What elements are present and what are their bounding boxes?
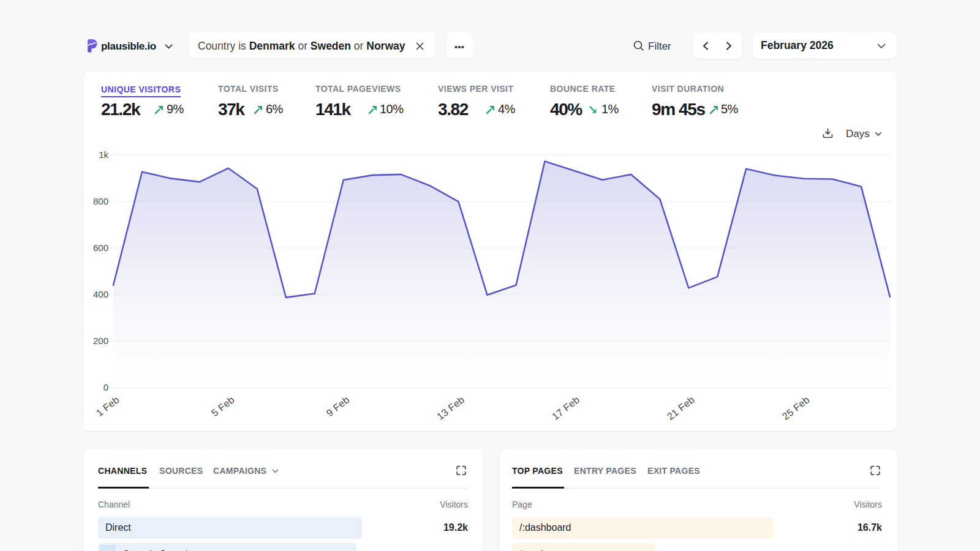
svg-text:800: 800 xyxy=(93,196,108,206)
svg-text:1k: 1k xyxy=(99,149,108,160)
svg-text:17 Feb: 17 Feb xyxy=(550,394,581,422)
svg-text:9 Feb: 9 Feb xyxy=(325,394,352,419)
svg-text:25 Feb: 25 Feb xyxy=(780,394,812,422)
svg-text:21 Feb: 21 Feb xyxy=(665,394,696,422)
svg-text:600: 600 xyxy=(93,242,108,253)
svg-text:200: 200 xyxy=(93,335,108,346)
svg-text:400: 400 xyxy=(93,289,108,299)
svg-text:0: 0 xyxy=(104,382,108,392)
svg-text:1 Feb: 1 Feb xyxy=(94,394,121,419)
svg-text:13 Feb: 13 Feb xyxy=(435,394,466,422)
svg-text:5 Feb: 5 Feb xyxy=(209,394,236,419)
